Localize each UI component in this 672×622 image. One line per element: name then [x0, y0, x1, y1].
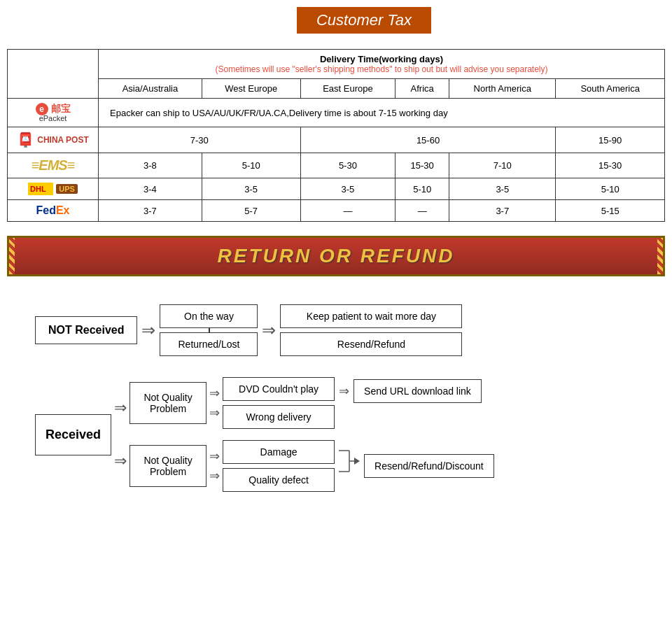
keep-patient-box: Keep patient to wait more day — [280, 304, 462, 328]
chinapost-1590: 15-90 — [556, 127, 665, 153]
fedex-west: 5-7 — [202, 200, 300, 222]
col-north-america: North America — [449, 79, 556, 99]
arrow-damage-result — [335, 440, 364, 482]
dvd-result: Send URL download link — [354, 379, 482, 403]
epacket-logo: e 邮宝 ePacket — [13, 103, 92, 122]
table-row-epacket: e 邮宝 ePacket Epacker can ship to USA/AU/… — [8, 99, 665, 127]
not-quality-box-1: Not QualityProblem — [130, 382, 206, 424]
delivery-header-main: Delivery Time(working days) — [104, 54, 659, 64]
shipping-table: Delivery Time(working days) (Sometimes w… — [7, 49, 665, 222]
dhlups-east: 3-5 — [300, 178, 396, 200]
ems-asia: 3-8 — [99, 153, 202, 178]
ems-south: 15-30 — [556, 153, 665, 178]
arrow-not-received: ⇒ — [137, 320, 160, 340]
ems-africa: 15-30 — [396, 153, 449, 178]
not-received-box: NOT Received — [35, 316, 137, 344]
svg-text:DHL: DHL — [30, 185, 46, 193]
received-flow: Received ⇒ ⇒ Not QualityProblem ⇒ ⇒ — [7, 363, 665, 513]
ems-north: 7-10 — [449, 153, 556, 178]
fedex-asia: 3-7 — [99, 200, 202, 222]
epacket-description: Epacker can ship to USA/AU/UK/FR/UA.CA,D… — [99, 99, 665, 127]
dhlups-south: 5-10 — [556, 178, 665, 200]
quality-defect-box: Quality defect — [223, 468, 335, 492]
quality-branches: Not QualityProblem ⇒ ⇒ DVD Couldn't play… — [130, 377, 494, 492]
not-received-flow: NOT Received ⇒ On the way Returned/Lost … — [7, 290, 665, 363]
returned-lost-box: Returned/Lost — [160, 332, 258, 356]
dhlups-logo: DHL UPS — [13, 183, 92, 195]
quality-sub-arrows-1: ⇒ ⇒ — [206, 386, 223, 420]
not-quality-box-2: Not QualityProblem — [130, 445, 206, 487]
fedex-africa: — — [396, 200, 449, 222]
arrow-branches: ⇒ — [258, 320, 280, 340]
table-row-fedex: FedEx 3-7 5-7 — — 3-7 5-15 — [8, 200, 665, 222]
resend-refund-discount-box: Resend/Refund/Discount — [364, 454, 494, 478]
chinapost-1560: 15-60 — [300, 127, 556, 153]
resend-refund-box: Resend/Refund — [280, 332, 462, 356]
dhlups-africa: 5-10 — [396, 178, 449, 200]
not-received-results: Keep patient to wait more day Resend/Ref… — [280, 304, 462, 356]
ems-east: 5-30 — [300, 153, 396, 178]
delivery-header-note: (Sometimes will use "seller's shipping m… — [104, 64, 659, 74]
col-west-europe: West Europe — [202, 79, 300, 99]
damage-box: Damage — [223, 440, 335, 464]
received-split-arrows: ⇒ ⇒ — [111, 399, 130, 470]
col-east-europe: East Europe — [300, 79, 396, 99]
table-row-chinapost: 📮 CHINA POST 7-30 15-60 15-90 — [8, 127, 665, 153]
on-the-way-box: On the way — [160, 304, 258, 328]
col-africa: Africa — [396, 79, 449, 99]
not-received-branches: On the way Returned/Lost — [160, 304, 258, 356]
return-refund-banner: RETURN OR REFUND — [7, 236, 665, 276]
chinapost-730: 7-30 — [99, 127, 301, 153]
damage-result: Resend/Refund/Discount — [364, 454, 494, 478]
wrong-delivery-box: Wrong delivery — [223, 405, 335, 429]
dhlups-west: 3-5 — [202, 178, 300, 200]
dhlups-north: 3-5 — [449, 178, 556, 200]
fedex-logo: FedEx — [13, 204, 92, 217]
dhlups-asia: 3-4 — [99, 178, 202, 200]
dvd-play-box: DVD Couldn't play — [223, 377, 335, 401]
send-url-box: Send URL download link — [354, 379, 482, 403]
received-box: Received — [35, 414, 111, 455]
dhl-svg: DHL — [28, 183, 53, 195]
received-flow-inner: Received ⇒ ⇒ Not QualityProblem ⇒ ⇒ — [35, 377, 644, 492]
chinapost-logo: 📮 CHINA POST — [13, 132, 92, 148]
ems-west: 5-10 — [202, 153, 300, 178]
col-south-america: South America — [556, 79, 665, 99]
quality-sub-items-1: DVD Couldn't play Wrong delivery — [223, 377, 335, 429]
return-refund-title: RETURN OR REFUND — [218, 245, 455, 267]
arrow-dvd-result: ⇒ — [335, 383, 354, 399]
quality-sub-arrows-2: ⇒ ⇒ — [206, 448, 223, 483]
ems-logo: ≡EMS≡ — [13, 157, 92, 174]
table-row-ems: ≡EMS≡ 3-8 5-10 5-30 15-30 7-10 15-30 — [8, 153, 665, 178]
fedex-east: — — [300, 200, 396, 222]
col-asia: Asia/Australia — [99, 79, 202, 99]
quality-sub-items-2: Damage Quality defect — [223, 440, 335, 492]
fedex-south: 5-15 — [556, 200, 665, 222]
fedex-north: 3-7 — [449, 200, 556, 222]
customer-tax-title: Customer Tax — [297, 7, 431, 34]
bracket-svg — [339, 440, 360, 482]
customer-tax-section: Customer Tax Delivery Time(working days)… — [7, 7, 665, 222]
svg-marker-6 — [354, 458, 360, 465]
table-row-dhlups: DHL UPS 3-4 3-5 3-5 5-10 3-5 5-10 — [8, 178, 665, 200]
quality-branch-2: Not QualityProblem ⇒ ⇒ Damage Quality de… — [130, 440, 494, 492]
quality-branch-1: Not QualityProblem ⇒ ⇒ DVD Couldn't play… — [130, 377, 494, 429]
